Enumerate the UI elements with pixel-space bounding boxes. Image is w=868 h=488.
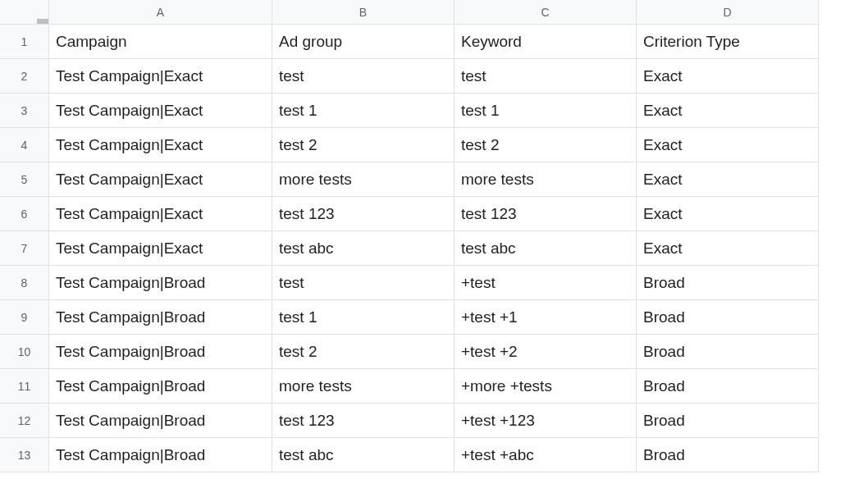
cell-B6[interactable]: test 123 <box>272 197 455 231</box>
cell-D1[interactable]: Criterion Type <box>637 25 819 59</box>
cell-C4[interactable]: test 2 <box>455 128 637 162</box>
row-header-6[interactable]: 6 <box>0 197 49 231</box>
cell-D2[interactable]: Exact <box>637 59 819 93</box>
cell-A4[interactable]: Test Campaign|Exact <box>49 128 272 162</box>
cell-B1[interactable]: Ad group <box>272 25 455 59</box>
cell-A12[interactable]: Test Campaign|Broad <box>49 404 272 438</box>
cell-C13[interactable]: +test +abc <box>455 438 637 472</box>
cell-C7[interactable]: test abc <box>455 231 637 266</box>
cell-B4[interactable]: test 2 <box>272 128 455 162</box>
spreadsheet[interactable]: A B C D 1 Campaign Ad group Keyword Crit… <box>0 0 868 472</box>
cell-C12[interactable]: +test +123 <box>455 404 637 438</box>
cell-B5[interactable]: more tests <box>272 162 455 197</box>
cell-D8[interactable]: Broad <box>637 266 819 300</box>
cell-A13[interactable]: Test Campaign|Broad <box>49 438 272 472</box>
col-header-B[interactable]: B <box>272 0 455 25</box>
cell-A6[interactable]: Test Campaign|Exact <box>49 197 272 231</box>
cell-D7[interactable]: Exact <box>637 231 819 266</box>
cell-B8[interactable]: test <box>272 266 455 300</box>
cell-D4[interactable]: Exact <box>637 128 819 162</box>
cell-D3[interactable]: Exact <box>637 93 819 128</box>
cell-C11[interactable]: +more +tests <box>455 369 637 404</box>
cell-B7[interactable]: test abc <box>272 231 455 266</box>
row-header-10[interactable]: 10 <box>0 335 49 369</box>
row-header-8[interactable]: 8 <box>0 266 49 300</box>
cell-D12[interactable]: Broad <box>637 404 819 438</box>
row-header-13[interactable]: 13 <box>0 438 49 472</box>
cell-C1[interactable]: Keyword <box>455 25 637 59</box>
row-header-12[interactable]: 12 <box>0 404 49 438</box>
cell-A9[interactable]: Test Campaign|Broad <box>49 300 272 335</box>
row-header-4[interactable]: 4 <box>0 128 49 162</box>
row-header-7[interactable]: 7 <box>0 231 49 266</box>
cell-B11[interactable]: more tests <box>272 369 455 404</box>
cell-B10[interactable]: test 2 <box>272 335 455 369</box>
cell-A3[interactable]: Test Campaign|Exact <box>49 93 272 128</box>
cell-C10[interactable]: +test +2 <box>455 335 637 369</box>
cell-D9[interactable]: Broad <box>637 300 819 335</box>
cell-A10[interactable]: Test Campaign|Broad <box>49 335 272 369</box>
cell-C5[interactable]: more tests <box>455 162 637 197</box>
row-header-2[interactable]: 2 <box>0 59 49 93</box>
cell-A11[interactable]: Test Campaign|Broad <box>49 369 272 404</box>
cell-D6[interactable]: Exact <box>637 197 819 231</box>
cell-C8[interactable]: +test <box>455 266 637 300</box>
cell-B13[interactable]: test abc <box>272 438 455 472</box>
select-all-corner[interactable] <box>0 0 49 25</box>
col-header-D[interactable]: D <box>637 0 819 25</box>
cell-B2[interactable]: test <box>272 59 455 93</box>
cell-C6[interactable]: test 123 <box>455 197 637 231</box>
cell-A8[interactable]: Test Campaign|Broad <box>49 266 272 300</box>
cell-C2[interactable]: test <box>455 59 637 93</box>
row-header-11[interactable]: 11 <box>0 369 49 404</box>
cell-B12[interactable]: test 123 <box>272 404 455 438</box>
cell-C3[interactable]: test 1 <box>455 93 637 128</box>
cell-D10[interactable]: Broad <box>637 335 819 369</box>
cell-B9[interactable]: test 1 <box>272 300 455 335</box>
cell-D13[interactable]: Broad <box>637 438 819 472</box>
row-header-3[interactable]: 3 <box>0 93 49 128</box>
cell-D5[interactable]: Exact <box>637 162 819 197</box>
cell-A5[interactable]: Test Campaign|Exact <box>49 162 272 197</box>
row-header-9[interactable]: 9 <box>0 300 49 335</box>
cell-C9[interactable]: +test +1 <box>455 300 637 335</box>
cell-A2[interactable]: Test Campaign|Exact <box>49 59 272 93</box>
row-header-5[interactable]: 5 <box>0 162 49 197</box>
col-header-A[interactable]: A <box>49 0 272 25</box>
cell-A1[interactable]: Campaign <box>49 25 272 59</box>
cell-B3[interactable]: test 1 <box>272 93 455 128</box>
col-header-C[interactable]: C <box>455 0 637 25</box>
row-header-1[interactable]: 1 <box>0 25 49 59</box>
cell-A7[interactable]: Test Campaign|Exact <box>49 231 272 266</box>
cell-D11[interactable]: Broad <box>637 369 819 404</box>
